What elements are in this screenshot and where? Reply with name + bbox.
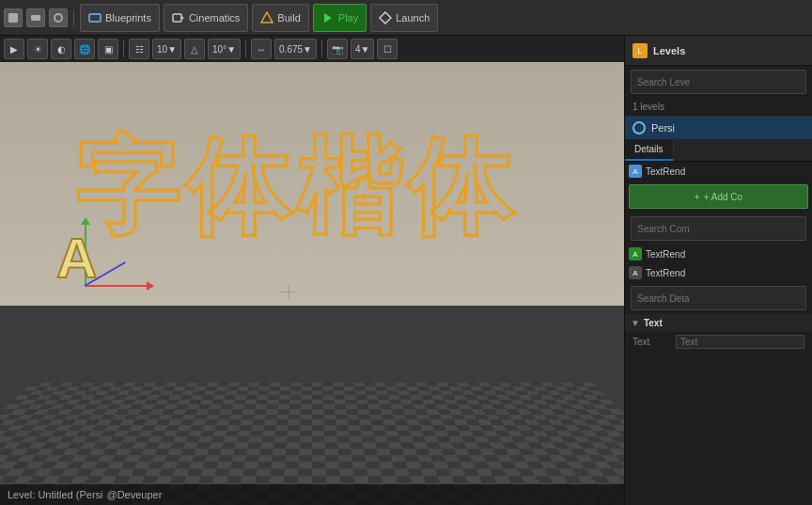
svg-rect-3	[89, 14, 101, 22]
components-list: A TextRend A TextRend ▼ Text	[625, 245, 812, 505]
cinematics-button[interactable]: Cinematics	[164, 4, 248, 32]
details-tab[interactable]: Details	[625, 139, 674, 161]
top-toolbar: Blueprints Cinematics Build Play Launch	[0, 0, 812, 36]
play-button[interactable]: Play	[313, 4, 367, 32]
vp-perspective-btn[interactable]: ▶	[4, 39, 24, 59]
level-name: Persi	[651, 122, 675, 134]
vp-camera-icon[interactable]: 📷	[327, 39, 348, 59]
details-section: Details A TextRend + + Add Co A T	[625, 139, 812, 505]
component-textrender-2[interactable]: A TextRend	[625, 263, 812, 282]
vp-scale-value[interactable]: 0.675 ▼	[274, 39, 317, 59]
svg-marker-8	[380, 12, 391, 24]
launch-button[interactable]: Launch	[370, 4, 438, 32]
vp-grid-btn[interactable]: ☷	[129, 39, 149, 59]
add-component-button[interactable]: + + Add Co	[629, 184, 808, 209]
svg-marker-5	[181, 16, 184, 20]
svg-rect-1	[31, 15, 40, 21]
viewport-toolbar: ▶ ☀ ◐ 🌐 ▣ ☷ 10 ▼ △ 10° ▼ ↔ 0.675 ▼ 📷	[0, 36, 624, 62]
search-components-input[interactable]	[631, 216, 806, 241]
component-textrender-1[interactable]: A TextRend	[625, 245, 812, 263]
vp-grid-size[interactable]: 10 ▼	[152, 39, 181, 59]
details-tabs: Details	[625, 139, 812, 162]
vp-screen-btn[interactable]: ▣	[98, 39, 118, 59]
vp-sep-1	[123, 40, 124, 57]
component-label-tr1: TextRend	[646, 249, 685, 260]
svg-marker-7	[324, 13, 332, 23]
svg-rect-0	[8, 13, 18, 23]
right-panel: L Levels 1 levels Persi Details	[624, 36, 812, 505]
level-visibility-icon[interactable]	[632, 121, 646, 134]
vp-lit-btn[interactable]: ☀	[27, 39, 48, 59]
level-status: Level: Untitled (Persi	[8, 489, 103, 500]
vp-sep-3	[321, 40, 322, 57]
actor-body: A	[56, 230, 132, 306]
scene-3d: 字体楷体 A	[0, 62, 624, 505]
vp-rotation-snap[interactable]: 10° ▼	[208, 39, 241, 59]
text-property-label: Text	[632, 337, 672, 347]
search-levels-row	[625, 66, 812, 98]
toolbar-separator-1	[73, 9, 74, 26]
component-icon-1: A	[629, 165, 642, 178]
vp-angle-icon[interactable]: △	[184, 39, 205, 59]
search-levels-input[interactable]	[631, 70, 806, 94]
viewport[interactable]: ▶ ☀ ◐ 🌐 ▣ ☷ 10 ▼ △ 10° ▼ ↔ 0.675 ▼ 📷	[0, 36, 624, 505]
svg-marker-6	[261, 12, 273, 23]
crosshair	[281, 284, 296, 299]
toolbar-icon-2[interactable]	[26, 8, 45, 27]
vp-world-btn[interactable]: 🌐	[74, 39, 95, 59]
add-component-label: + Add Co	[704, 192, 742, 202]
levels-header: L Levels	[625, 36, 812, 66]
text-section-title: Text	[644, 318, 663, 328]
actor-a[interactable]: A	[56, 230, 132, 306]
build-button[interactable]: Build	[252, 4, 308, 32]
add-icon: +	[695, 192, 700, 202]
toolbar-icon-1[interactable]	[4, 8, 23, 27]
svg-point-2	[55, 14, 62, 22]
levels-list: Persi	[625, 117, 812, 139]
component-icon-tr1: A	[629, 247, 642, 260]
toolbar-icon-3[interactable]	[49, 8, 68, 27]
text-property-row: Text	[625, 332, 812, 352]
levels-title: Levels	[653, 45, 685, 56]
search-details-input[interactable]	[631, 286, 806, 310]
component-name-1: TextRend	[646, 166, 685, 177]
component-row-1[interactable]: A TextRend	[625, 162, 812, 181]
text-section-header[interactable]: ▼ Text	[625, 314, 812, 332]
main-content: ▶ ☀ ◐ 🌐 ▣ ☷ 10 ▼ △ 10° ▼ ↔ 0.675 ▼ 📷	[0, 36, 812, 505]
component-icon-tr2: A	[629, 266, 642, 279]
levels-icon: L	[632, 43, 648, 58]
level-item-persistent[interactable]: Persi	[625, 117, 812, 139]
levels-count: 1 levels	[625, 98, 812, 117]
actor-letter: A	[56, 230, 132, 287]
level-status-user: @Deveuper	[107, 489, 163, 500]
blueprints-button[interactable]: Blueprints	[80, 4, 160, 32]
vp-sep-2	[245, 40, 246, 57]
search-components-row	[625, 213, 812, 245]
vp-camera-speed[interactable]: 4 ▼	[351, 39, 374, 59]
vp-maximize-btn[interactable]: ☐	[377, 39, 398, 59]
component-label-tr2: TextRend	[646, 268, 685, 278]
status-bar: Level: Untitled (Persi @Deveuper	[0, 484, 624, 505]
search-details-row	[625, 282, 812, 314]
svg-rect-4	[173, 14, 181, 22]
text-section-arrow: ▼	[631, 318, 640, 328]
vp-scale-icon[interactable]: ↔	[251, 39, 272, 59]
text-property-input[interactable]	[676, 335, 804, 349]
vp-show-btn[interactable]: ◐	[51, 39, 71, 59]
